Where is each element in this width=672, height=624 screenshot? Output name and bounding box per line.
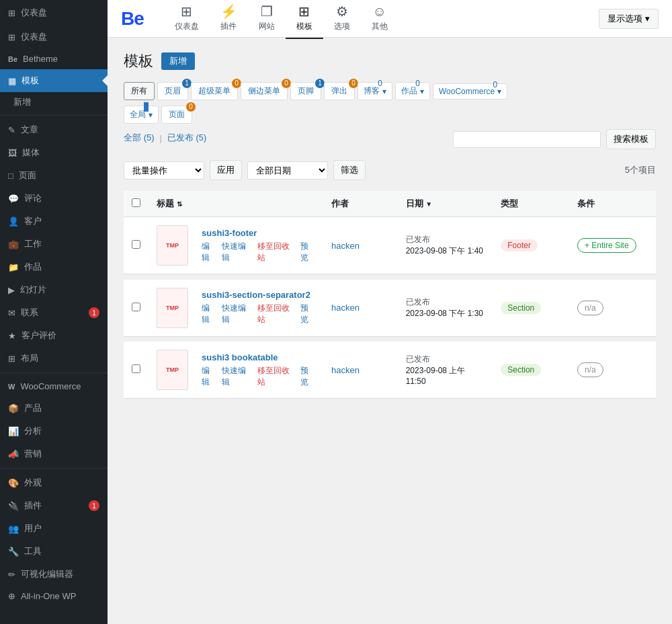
th-title[interactable]: 标题 ⇅ xyxy=(149,191,323,217)
row-preview-link[interactable]: 预览 xyxy=(300,241,315,264)
sidebar-item-media[interactable]: 🖼 媒体 xyxy=(0,141,108,164)
sidebar-item-label: 营销 xyxy=(24,448,42,460)
row-trash-link[interactable]: 移至回收站 xyxy=(257,303,295,325)
betheme-icon: Be xyxy=(8,55,17,63)
sidebar-item-analytics[interactable]: 📊 分析 xyxy=(0,420,108,442)
topbar-nav-templates[interactable]: ⊞ 模板 xyxy=(286,0,323,39)
topbar-nav-other[interactable]: ☺ 其他 xyxy=(361,0,398,39)
sidebar-item-marketing[interactable]: 📣 营销 xyxy=(0,442,108,465)
filter-tab-page[interactable]: 页面 0 xyxy=(161,106,192,124)
row-edit-link[interactable]: 编辑 xyxy=(202,365,216,388)
date-filter-select[interactable]: 全部日期 xyxy=(247,161,328,180)
sidebar-logo-text[interactable]: 仪表盘 xyxy=(21,7,47,19)
sidebar-item-clients[interactable]: 👤 客户 xyxy=(0,210,108,233)
sidebar-item-articles[interactable]: ✎ 文章 xyxy=(0,118,108,141)
sidebar-item-visual-editor[interactable]: ✏ 可视化编辑器 xyxy=(0,563,108,586)
row-condition-badge: + Entire Site xyxy=(577,238,636,253)
select-all-checkbox[interactable] xyxy=(132,198,140,207)
sidebar-item-all-in-one[interactable]: ⊕ All-in-One WP xyxy=(0,586,108,607)
filter-tab-footer[interactable]: 页脚 1 xyxy=(290,82,321,100)
search-button[interactable]: 搜索模板 xyxy=(606,129,656,149)
topbar-options-icon: ⚙ xyxy=(336,3,348,20)
status-published-link[interactable]: 已发布 (5) xyxy=(167,132,207,144)
row-checkbox[interactable] xyxy=(132,364,140,373)
filter-tab-sidebar-menu[interactable]: 侧边菜单 0 xyxy=(241,82,288,100)
sidebar-item-reviews[interactable]: ★ 客户评价 xyxy=(0,324,108,347)
sidebar-item-appearance[interactable]: 🎨 外观 xyxy=(0,471,108,494)
row-title-link[interactable]: sushi3-footer xyxy=(202,228,315,238)
sidebar-item-layout[interactable]: ⊞ 布局 xyxy=(0,347,108,370)
row-preview-link[interactable]: 预览 xyxy=(300,365,315,388)
status-search-row: 全部 (5) | 已发布 (5) 搜索模板 xyxy=(124,129,656,155)
sidebar-item-woocommerce[interactable]: W WooCommerce xyxy=(0,376,108,397)
sidebar-item-comments[interactable]: 💬 评论 xyxy=(0,187,108,210)
row-trash-link[interactable]: 移至回收站 xyxy=(257,365,295,388)
topbar-nav-website[interactable]: ❐ 网站 xyxy=(248,0,286,39)
topbar-nav-plugins[interactable]: ⚡ 插件 xyxy=(210,0,248,39)
filter-tab-popup[interactable]: 弹出 0 xyxy=(324,82,355,100)
sidebar-item-new[interactable]: 新增 xyxy=(0,92,108,112)
tmp-label: TMP xyxy=(166,366,179,373)
filter-tab-portfolio-dropdown[interactable]: 作品 0 ▾ xyxy=(395,82,430,100)
status-all-link[interactable]: 全部 (5) xyxy=(124,132,155,144)
filter-tab-woo-dropdown[interactable]: WooCommerce 0 ▾ xyxy=(433,83,507,100)
sidebar-divider-3 xyxy=(0,468,108,469)
row-checkbox[interactable] xyxy=(132,303,140,311)
row-author-link[interactable]: hacken xyxy=(331,303,360,313)
search-input[interactable] xyxy=(453,131,601,148)
sidebar-item-slides[interactable]: ▶ 幻灯片 xyxy=(0,278,108,301)
row-preview-link[interactable]: 预览 xyxy=(300,303,315,325)
topbar-nav-options[interactable]: ⚙ 选项 xyxy=(323,0,361,39)
sidebar-item-label: 外观 xyxy=(24,477,42,489)
sidebar-item-pages[interactable]: □ 页面 xyxy=(0,164,108,187)
table-separator xyxy=(124,274,656,280)
row-title-cell: TMP sushi3-footer 编辑 快速编辑 移至回收站 预览 xyxy=(149,217,323,274)
row-title-link[interactable]: sushi3 bookatable xyxy=(202,352,315,362)
row-author-link[interactable]: hacken xyxy=(331,365,360,375)
row-edit-link[interactable]: 编辑 xyxy=(202,241,216,264)
row-quick-edit-link[interactable]: 快速编辑 xyxy=(222,303,252,325)
th-date[interactable]: 日期 ▼ xyxy=(398,191,493,217)
row-quick-edit-link[interactable]: 快速编辑 xyxy=(222,365,252,388)
row-checkbox-cell xyxy=(124,342,149,399)
sidebar-item-portfolio[interactable]: 📁 作品 xyxy=(0,256,108,278)
sidebar-logo: ⊞ 仪表盘 xyxy=(0,0,108,26)
topbar-nav-label: 仪表盘 xyxy=(175,21,199,32)
sidebar-item-contact[interactable]: ✉ 联系 1 xyxy=(0,301,108,324)
sidebar-item-betheme[interactable]: Be Betheme xyxy=(0,48,108,69)
sidebar-item-products[interactable]: 📦 产品 xyxy=(0,397,108,420)
display-options-button[interactable]: 显示选项 ▾ xyxy=(599,9,659,29)
topbar-nav-dashboard[interactable]: ⊞ 仪表盘 xyxy=(164,0,210,39)
sidebar-item-work[interactable]: 💼 工作 xyxy=(0,233,108,256)
filter-tab-label: 弹出 xyxy=(331,85,347,97)
row-quick-edit-link[interactable]: 快速编辑 xyxy=(222,241,252,264)
apply-button[interactable]: 应用 xyxy=(210,160,242,180)
row-trash-link[interactable]: 移至回收站 xyxy=(257,241,295,264)
title-thumb-wrapper: TMP sushi3-section-separator2 编辑 快速编辑 移至… xyxy=(157,288,315,328)
products-icon: 📦 xyxy=(8,403,19,414)
chevron-down-icon: ▾ xyxy=(497,87,501,96)
sidebar-item-templates[interactable]: ▦ 模板 xyxy=(0,69,108,92)
sidebar-item-plugins[interactable]: 🔌 插件 1 xyxy=(0,494,108,517)
row-checkbox[interactable] xyxy=(132,240,140,249)
sidebar-item-users[interactable]: 👥 用户 xyxy=(0,517,108,540)
sidebar-item-label: 作品 xyxy=(24,261,42,273)
row-edit-link[interactable]: 编辑 xyxy=(202,303,216,325)
table-header: 标题 ⇅ 作者 日期 ▼ 类型 条件 xyxy=(124,191,656,217)
filter-button[interactable]: 筛选 xyxy=(333,160,366,180)
row-title-link[interactable]: sushi3-section-separator2 xyxy=(202,290,315,300)
row-author-link[interactable]: hacken xyxy=(331,241,360,251)
filter-tab-label: 侧边菜单 xyxy=(248,85,280,97)
filter-tab-all[interactable]: 所有 xyxy=(124,82,155,100)
sidebar-item-dashboard[interactable]: ⊞ 仪表盘 xyxy=(0,26,108,48)
filter-tab-mega-menu[interactable]: 超级菜单 0 xyxy=(191,82,238,100)
bulk-action-select[interactable]: 批量操作 xyxy=(124,161,204,180)
add-new-button[interactable]: 新增 xyxy=(161,52,195,70)
row-type-cell: Footer xyxy=(493,217,569,274)
sidebar-item-tools[interactable]: 🔧 工具 xyxy=(0,540,108,563)
filter-tab-global-dropdown[interactable]: 全局 3 ▾ xyxy=(124,106,159,124)
filter-tab-blog-dropdown[interactable]: 博客 0 ▾ xyxy=(358,82,392,100)
filter-tab-header[interactable]: 页眉 1 xyxy=(157,82,188,100)
search-row: 搜索模板 xyxy=(453,129,656,149)
pages-icon: □ xyxy=(8,171,13,181)
